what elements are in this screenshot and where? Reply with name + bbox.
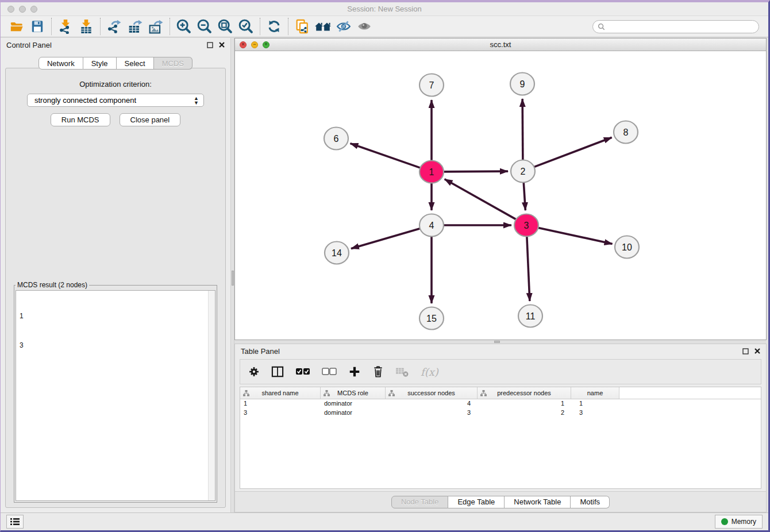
export-image-icon xyxy=(148,19,163,34)
import-network-button[interactable] xyxy=(55,17,76,36)
graph-node-8[interactable]: 8 xyxy=(614,121,638,144)
graph-edge-2-8[interactable] xyxy=(534,137,612,167)
cell-shared-name[interactable]: 1 xyxy=(240,399,321,408)
table-row[interactable]: 1 dominator 4 1 1 xyxy=(240,399,761,408)
clone-network-button[interactable] xyxy=(292,17,313,36)
graph-node-1[interactable]: 1 xyxy=(419,161,444,183)
import-table-button[interactable] xyxy=(76,17,97,36)
tab-node-table[interactable]: Node Table xyxy=(391,496,449,508)
svg-text:14: 14 xyxy=(332,248,342,258)
open-session-button[interactable] xyxy=(6,17,27,36)
tab-edge-table[interactable]: Edge Table xyxy=(448,496,505,508)
memory-button[interactable]: Memory xyxy=(715,515,763,529)
zoom-fit-button[interactable] xyxy=(215,17,236,36)
svg-text:7: 7 xyxy=(429,80,434,90)
criterion-dropdown[interactable]: strongly connected component ▲▼ xyxy=(27,94,204,107)
column-header-predecessor-nodes[interactable]: predecessor nodes xyxy=(478,387,571,399)
export-image-button[interactable] xyxy=(145,17,166,36)
run-mcds-button[interactable]: Run MCDS xyxy=(51,113,110,126)
graph-node-6[interactable]: 6 xyxy=(324,128,348,150)
task-history-button[interactable] xyxy=(6,515,24,529)
refresh-icon xyxy=(267,19,282,34)
delete-table-icon[interactable] xyxy=(395,366,409,377)
memory-status-icon xyxy=(721,518,728,525)
export-table-icon xyxy=(128,19,143,34)
zoom-out-button[interactable] xyxy=(194,17,215,36)
graph-edge-2-3[interactable] xyxy=(523,183,525,210)
graph-edge-4-14[interactable] xyxy=(351,229,421,249)
float-panel-icon[interactable] xyxy=(742,348,749,354)
home-button[interactable] xyxy=(313,17,333,36)
delete-row-icon[interactable] xyxy=(372,365,384,378)
export-table-button[interactable] xyxy=(125,17,145,36)
tab-network[interactable]: Network xyxy=(38,57,83,70)
zoom-selected-button[interactable] xyxy=(236,17,256,36)
show-graphics-details-button[interactable] xyxy=(354,17,375,36)
zoom-in-button[interactable] xyxy=(174,17,194,36)
tab-style[interactable]: Style xyxy=(83,57,117,70)
cell-name[interactable]: 3 xyxy=(571,408,619,418)
cell-predecessor-nodes[interactable]: 1 xyxy=(478,399,571,408)
float-panel-icon[interactable] xyxy=(207,42,213,48)
unselect-all-columns-icon[interactable] xyxy=(322,368,337,376)
show-column-icon[interactable] xyxy=(271,366,284,377)
network-canvas[interactable]: 7968124314101511 xyxy=(235,51,766,340)
cell-successor-nodes[interactable]: 3 xyxy=(386,408,478,418)
graph-edge-3-11[interactable] xyxy=(527,237,530,301)
network-graph[interactable]: 7968124314101511 xyxy=(235,51,766,340)
graph-node-11[interactable]: 11 xyxy=(518,305,542,327)
table-options-icon[interactable] xyxy=(248,366,260,377)
search-field[interactable] xyxy=(592,20,759,33)
save-session-button[interactable] xyxy=(27,17,48,36)
add-row-icon[interactable] xyxy=(348,365,361,378)
column-header-name[interactable]: name xyxy=(571,387,619,399)
tab-motifs[interactable]: Motifs xyxy=(571,496,610,508)
graph-edge-1-6[interactable] xyxy=(351,144,421,168)
column-type-icon xyxy=(480,390,487,396)
graph-edge-3-10[interactable] xyxy=(538,228,613,244)
cell-predecessor-nodes[interactable]: 2 xyxy=(478,408,571,418)
column-header-mcds-role[interactable]: MCDS role xyxy=(321,387,386,399)
graph-node-3[interactable]: 3 xyxy=(514,214,538,237)
search-input[interactable] xyxy=(607,22,759,30)
graph-edge-2-9[interactable] xyxy=(522,99,523,160)
tab-mcds[interactable]: MCDS xyxy=(154,57,192,70)
graph-node-15[interactable]: 15 xyxy=(419,307,444,330)
tab-network-table[interactable]: Network Table xyxy=(505,496,571,508)
graph-node-7[interactable]: 7 xyxy=(419,74,444,97)
tab-select[interactable]: Select xyxy=(117,57,154,70)
toolbar-separator xyxy=(100,18,101,35)
close-panel-icon[interactable] xyxy=(754,348,760,354)
column-header-shared-name[interactable]: shared name xyxy=(240,387,321,399)
apply-layout-button[interactable] xyxy=(264,17,284,36)
node-table[interactable]: shared name MCDS role successor nodes pr… xyxy=(240,387,761,489)
cell-name[interactable]: 1 xyxy=(571,399,619,408)
graph-node-9[interactable]: 9 xyxy=(510,73,534,95)
select-all-columns-icon[interactable] xyxy=(295,368,310,376)
cell-mcds-role[interactable]: dominator xyxy=(321,408,386,418)
splitter-handle[interactable] xyxy=(494,341,500,343)
table-row[interactable]: 3 dominator 3 2 3 xyxy=(240,408,761,418)
close-panel-icon[interactable] xyxy=(219,42,225,48)
graph-node-14[interactable]: 14 xyxy=(325,242,349,264)
graph-edge-1-2[interactable] xyxy=(443,171,508,172)
cell-successor-nodes[interactable]: 4 xyxy=(386,399,478,408)
result-scrollbar[interactable] xyxy=(208,291,215,500)
function-builder-icon[interactable]: f(x) xyxy=(421,366,438,378)
graph-edge-3-1[interactable] xyxy=(445,179,517,219)
export-network-button[interactable] xyxy=(104,17,125,36)
cell-mcds-role[interactable]: dominator xyxy=(321,399,386,408)
zoom-selected-icon xyxy=(238,18,254,34)
control-panel: Control Panel Network Style Select MCDS … xyxy=(1,38,230,512)
graph-node-10[interactable]: 10 xyxy=(615,236,639,259)
hide-graphics-details-button[interactable] xyxy=(333,17,354,36)
vertical-splitter[interactable] xyxy=(230,38,234,512)
column-header-successor-nodes[interactable]: successor nodes xyxy=(386,387,478,399)
graph-node-2[interactable]: 2 xyxy=(511,160,535,183)
graph-node-4[interactable]: 4 xyxy=(419,214,444,237)
mcds-result-box[interactable]: 1 3 xyxy=(16,290,215,501)
close-panel-button[interactable]: Close panel xyxy=(120,113,181,126)
export-network-icon xyxy=(107,19,122,34)
cell-shared-name[interactable]: 3 xyxy=(240,408,321,418)
splitter-handle[interactable] xyxy=(232,271,234,286)
